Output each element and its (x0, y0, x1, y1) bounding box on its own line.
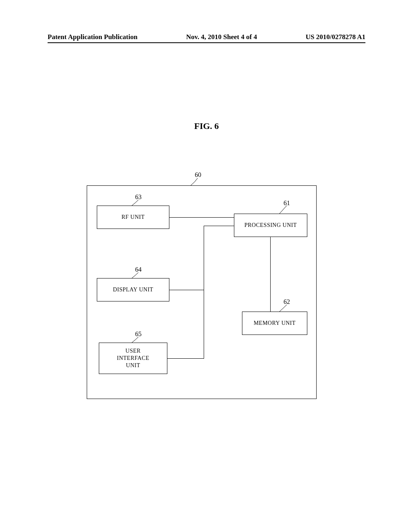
header-left: Patent Application Publication (48, 33, 138, 41)
ref-64: 64 (135, 266, 142, 273)
user-interface-unit-block: USER INTERFACE UNIT (99, 343, 167, 374)
connector-display-bus (169, 290, 204, 290)
processing-unit-block: PROCESSING UNIT (234, 214, 307, 237)
user-interface-unit-label: USER INTERFACE UNIT (117, 347, 149, 370)
memory-unit-block: MEMORY UNIT (242, 312, 307, 335)
connector-bus-processing (204, 226, 234, 226)
connector-ui-bus (167, 358, 204, 359)
figure-label: FIG. 6 (0, 121, 413, 131)
connector-bus-vertical (204, 226, 204, 359)
ref-62: 62 (284, 298, 290, 305)
rf-unit-label: RF UNIT (121, 214, 145, 220)
header-right: US 2010/0278278 A1 (306, 33, 365, 41)
connector-rf-processing (169, 217, 234, 218)
page-header: Patent Application Publication Nov. 4, 2… (0, 33, 413, 41)
block-diagram: 60 63 61 64 62 65 RF UNIT PROCESSING UNI… (87, 173, 317, 399)
ref-65: 65 (135, 330, 142, 338)
display-unit-label: DISPLAY UNIT (113, 287, 153, 293)
connector-processing-memory (270, 237, 271, 312)
ref-63: 63 (135, 193, 142, 201)
header-center: Nov. 4, 2010 Sheet 4 of 4 (186, 33, 257, 41)
ref-60: 60 (195, 171, 201, 179)
processing-unit-label: PROCESSING UNIT (244, 222, 297, 229)
rf-unit-block: RF UNIT (97, 206, 169, 229)
header-rule (48, 42, 365, 43)
memory-unit-label: MEMORY UNIT (254, 320, 296, 326)
display-unit-block: DISPLAY UNIT (97, 278, 169, 301)
ref-61: 61 (284, 200, 290, 207)
